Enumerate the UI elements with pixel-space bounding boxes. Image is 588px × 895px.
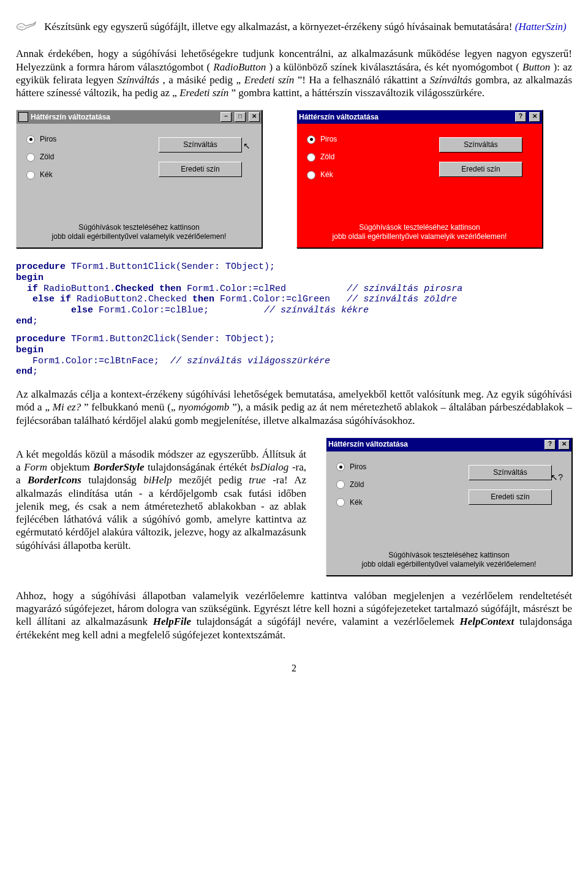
code-block-2: procedure TForm1.Button2Click(Sender: TO… <box>16 334 572 377</box>
runtime-window: Háttérszín változtatása ? ✕ Színváltás E… <box>296 110 543 248</box>
designer-window: Háttérszín változtatása – □ ✕ ↖ Színvált… <box>16 110 262 248</box>
body-p3: Ahhoz, hogy a súgóhívási állapotban vala… <box>16 589 572 641</box>
help-button[interactable]: ? <box>515 112 526 122</box>
hint-design: Súgóhívások teszteléséhez kattinson jobb… <box>17 216 262 247</box>
original-color-button-h[interactable]: Eredeti szín <box>469 489 552 505</box>
help-window: Háttérszín változtatása ? ✕ ↖? Színváltá… <box>326 437 572 576</box>
original-color-button-r[interactable]: Eredeti szín <box>439 162 522 177</box>
title-text-r: Háttérszín változtatása <box>299 113 379 122</box>
close-button-r[interactable]: ✕ <box>529 112 540 122</box>
help-button-h[interactable]: ? <box>545 440 556 450</box>
intro-task: Készítsünk egy egyszerű súgófájlt, illet… <box>16 20 572 37</box>
screenshot-row: Háttérszín változtatása – □ ✕ ↖ Színvált… <box>16 110 572 248</box>
close-button[interactable]: ✕ <box>249 112 260 122</box>
color-change-button-d[interactable]: Színváltás <box>159 137 242 153</box>
original-color-button-d[interactable]: Eredeti szín <box>159 162 242 177</box>
titlebar-run: Háttérszín változtatása ? ✕ <box>297 110 542 124</box>
body-p2: A két megoldás közül a második módszer a… <box>16 448 306 552</box>
color-change-button-h[interactable]: Színváltás <box>469 465 552 480</box>
app-icon <box>18 112 28 122</box>
radio-zold-d[interactable]: Zöld <box>26 153 254 162</box>
minimize-button[interactable]: – <box>221 112 232 122</box>
hint-run: Súgóhívások teszteléséhez kattinson jobb… <box>297 216 542 247</box>
term-button: Button <box>522 61 550 73</box>
cursor-icon: ↖ <box>243 141 251 152</box>
client-area-design: ↖ Színváltás Eredeti szín Piros Zöld Kék <box>17 124 262 216</box>
title-text-h: Háttérszín változtatása <box>328 440 408 449</box>
help-cursor-icon: ↖? <box>551 472 563 483</box>
titlebar-design: Háttérszín változtatása – □ ✕ <box>17 110 262 124</box>
maximize-button[interactable]: □ <box>235 112 246 122</box>
title-text: Háttérszín változtatása <box>31 113 110 122</box>
term-radiobutton: RadioButton <box>213 61 266 73</box>
two-column: A két megoldás közül a második módszer a… <box>16 437 572 576</box>
page-number: 2 <box>16 662 572 674</box>
color-change-button-r[interactable]: Színváltás <box>439 137 522 153</box>
intro-lead: Készítsünk egy egyszerű súgófájlt, illet… <box>44 21 514 32</box>
code-block-1: procedure TForm1.Button1Click(Sender: TO… <box>16 262 572 327</box>
intro-link[interactable]: (HatterSzin) <box>515 21 567 32</box>
client-area-help: ↖? Színváltás Eredeti szín Piros Zöld Ké… <box>326 451 571 543</box>
body-p1: Az alkalmazás célja a kontext-érzékeny s… <box>16 388 572 427</box>
titlebar-help: Háttérszín változtatása ? ✕ <box>326 438 571 451</box>
client-area-run: Színváltás Eredeti szín Piros Zöld Kék <box>297 124 542 216</box>
hint-help: Súgóhívások teszteléséhez kattinson jobb… <box>326 543 571 575</box>
close-button-h[interactable]: ✕ <box>559 440 570 450</box>
hand-feather-icon <box>16 20 37 37</box>
radio-zold-h[interactable]: Zöld <box>336 480 564 489</box>
intro-paragraph: Annak érdekében, hogy a súgóhívási lehet… <box>16 47 572 99</box>
radio-zold-r[interactable]: Zöld <box>307 153 535 162</box>
